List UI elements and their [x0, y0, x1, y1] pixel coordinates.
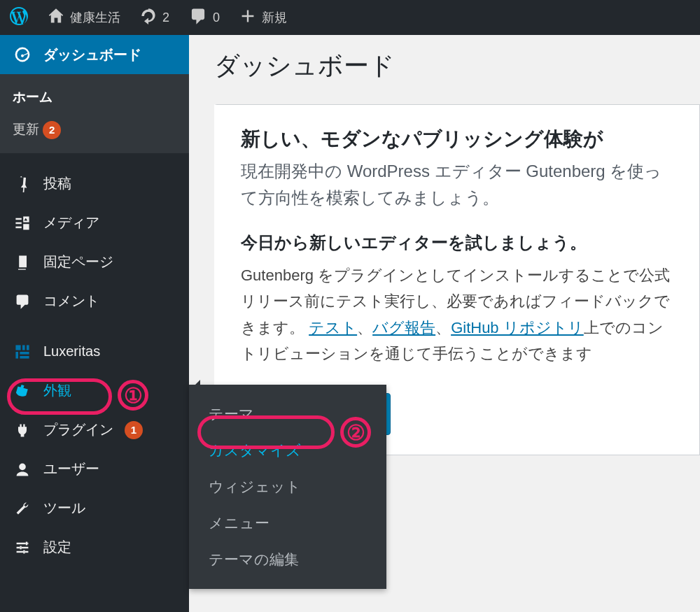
flyout-menus[interactable]: メニュー — [189, 505, 386, 541]
separator-text: 、 — [435, 319, 451, 336]
svg-rect-5 — [20, 356, 29, 359]
menu-pages[interactable]: 固定ページ — [0, 243, 189, 282]
pin-icon — [13, 174, 32, 194]
update-icon — [140, 8, 157, 28]
comments-count: 0 — [213, 10, 220, 25]
comment-icon — [189, 7, 207, 29]
svg-rect-12 — [25, 550, 29, 552]
svg-rect-3 — [15, 352, 18, 359]
comments-icon — [13, 292, 32, 311]
svg-rect-15 — [23, 550, 24, 553]
notice-subheading: 今日から新しいエディターを試しましょう。 — [241, 232, 676, 254]
menu-posts-label: 投稿 — [43, 174, 71, 193]
site-name: 健康生活 — [70, 9, 120, 26]
svg-rect-8 — [27, 542, 28, 543]
flyout-editor[interactable]: テーマの編集 — [189, 541, 386, 578]
menu-pages-label: 固定ページ — [43, 252, 113, 271]
new-content-link[interactable]: 新規 — [230, 0, 297, 35]
menu-separator — [0, 153, 189, 164]
menu-settings[interactable]: 設定 — [0, 528, 189, 567]
menu-dashboard[interactable]: ダッシュボード — [0, 35, 189, 74]
link-github[interactable]: GitHub リポジトリ — [451, 319, 584, 336]
main-container: ダッシュボード ホーム 更新 2 投稿 メディア 固定ページ — [0, 35, 700, 612]
svg-rect-7 — [17, 542, 26, 543]
menu-appearance[interactable]: 外観 — [0, 371, 189, 411]
appearance-icon — [13, 381, 32, 401]
menu-luxeritas-label: Luxeritas — [43, 343, 100, 360]
svg-rect-14 — [20, 546, 21, 549]
svg-rect-10 — [22, 546, 29, 548]
separator-text: 、 — [357, 319, 372, 336]
notice-heading: 新しい、モダンなパブリッシング体験が — [241, 124, 676, 154]
menu-users-label: ユーザー — [43, 460, 99, 478]
svg-point-6 — [19, 463, 26, 470]
plugins-icon — [13, 420, 32, 440]
menu-tools[interactable]: ツール — [0, 489, 189, 528]
menu-luxeritas[interactable]: Luxeritas — [0, 332, 189, 371]
media-icon — [13, 213, 32, 233]
luxeritas-icon — [13, 342, 32, 362]
menu-plugins-label: プラグイン — [43, 420, 113, 439]
updates-link[interactable]: 2 — [130, 0, 179, 35]
menu-posts[interactable]: 投稿 — [0, 164, 189, 204]
flyout-customize[interactable]: カスタマイズ — [189, 432, 386, 469]
svg-rect-11 — [17, 550, 24, 552]
updates-badge: 2 — [43, 121, 61, 139]
svg-rect-9 — [17, 546, 20, 548]
menu-dashboard-label: ダッシュボード — [43, 45, 141, 64]
site-link[interactable]: 健康生活 — [38, 0, 130, 35]
menu-comments[interactable]: コメント — [0, 282, 189, 321]
admin-sidebar: ダッシュボード ホーム 更新 2 投稿 メディア 固定ページ — [0, 35, 189, 612]
menu-media-label: メディア — [43, 213, 99, 232]
svg-rect-0 — [15, 345, 20, 350]
tools-icon — [13, 499, 32, 518]
appearance-flyout: テーマ カスタマイズ ウィジェット メニュー テーマの編集 — [189, 385, 386, 589]
svg-rect-13 — [26, 541, 27, 545]
users-icon — [13, 460, 32, 479]
admin-toolbar: 健康生活 2 0 新規 — [0, 0, 700, 35]
menu-tools-label: ツール — [43, 499, 85, 518]
wordpress-icon — [10, 7, 28, 29]
settings-icon — [13, 538, 32, 557]
svg-rect-4 — [20, 352, 29, 355]
wp-logo[interactable] — [0, 0, 38, 35]
menu-users[interactable]: ユーザー — [0, 450, 189, 489]
notice-lead: 現在開発中の WordPress エディター Gutenberg を使って方向性… — [241, 158, 676, 212]
notice-paragraph: Gutenberg をプラグインとしてインストールすることで公式リリース前にテス… — [241, 262, 676, 367]
plus-icon — [239, 8, 256, 28]
svg-rect-1 — [22, 345, 25, 350]
menu-plugins[interactable]: プラグイン 1 — [0, 411, 189, 450]
menu-separator — [0, 321, 189, 332]
svg-rect-2 — [27, 345, 29, 350]
submenu-updates[interactable]: 更新 2 — [0, 113, 189, 146]
dashboard-submenu: ホーム 更新 2 — [0, 74, 189, 153]
dashboard-icon — [13, 45, 32, 64]
menu-settings-label: 設定 — [43, 538, 71, 557]
submenu-updates-label: 更新 — [13, 122, 39, 136]
new-label: 新規 — [262, 9, 287, 26]
flyout-widgets[interactable]: ウィジェット — [189, 469, 386, 505]
page-title: ダッシュボード — [214, 49, 700, 83]
link-bug[interactable]: バグ報告 — [372, 319, 435, 336]
link-test[interactable]: テスト — [309, 319, 357, 336]
comments-link[interactable]: 0 — [179, 0, 230, 35]
plugins-badge: 1 — [125, 421, 143, 439]
pages-icon — [13, 252, 32, 272]
submenu-home[interactable]: ホーム — [0, 81, 189, 113]
menu-media[interactable]: メディア — [0, 204, 189, 243]
home-icon — [48, 8, 64, 28]
menu-comments-label: コメント — [43, 292, 99, 311]
updates-count: 2 — [162, 10, 169, 25]
menu-appearance-label: 外観 — [43, 381, 71, 400]
flyout-themes[interactable]: テーマ — [189, 396, 386, 432]
